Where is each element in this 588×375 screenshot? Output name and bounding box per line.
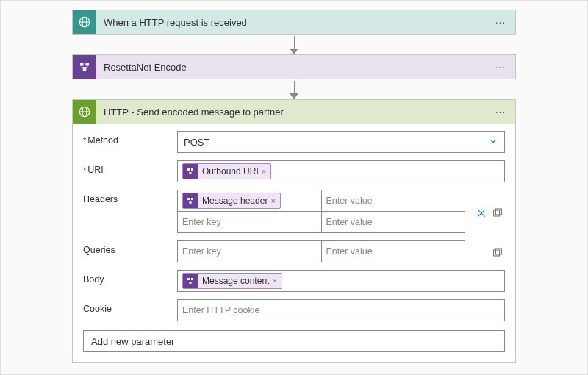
- step-more-button[interactable]: ···: [490, 106, 511, 118]
- field-uri: URI Outbound URI ×: [83, 160, 505, 182]
- step-http-send: HTTP - Send encoded message to partner ·…: [72, 99, 516, 363]
- field-label: Method: [83, 131, 171, 146]
- header-value-input[interactable]: Enter value: [322, 190, 466, 212]
- svg-rect-12: [187, 198, 190, 200]
- svg-rect-21: [190, 282, 192, 284]
- svg-rect-9: [187, 168, 190, 171]
- step-rosettanet-encode[interactable]: RosettaNet Encode ···: [72, 54, 516, 79]
- uri-input[interactable]: Outbound URI ×: [177, 160, 505, 182]
- globe-icon: [73, 10, 96, 34]
- svg-rect-16: [495, 209, 501, 215]
- query-value-input[interactable]: Enter value: [322, 240, 466, 262]
- svg-rect-5: [83, 68, 87, 72]
- svg-rect-15: [494, 210, 500, 216]
- header-key-input[interactable]: Message header ×: [177, 190, 322, 212]
- svg-rect-17: [494, 250, 500, 256]
- flow-arrow: [290, 79, 298, 99]
- add-parameter-select[interactable]: Add new parameter: [83, 330, 505, 352]
- field-label: Cookie: [83, 299, 171, 314]
- token-outbound-uri[interactable]: Outbound URI ×: [182, 163, 271, 179]
- field-label: Headers: [83, 190, 171, 204]
- add-parameter-label: Add new parameter: [91, 336, 174, 347]
- token-remove-icon[interactable]: ×: [262, 167, 266, 176]
- svg-rect-19: [187, 278, 190, 280]
- query-row-actions: [470, 243, 505, 260]
- flowchart-icon: [183, 274, 198, 288]
- token-label: Message header: [202, 196, 268, 206]
- flowchart-icon: [183, 193, 198, 208]
- query-key-input[interactable]: Enter key: [177, 240, 322, 262]
- token-label: Outbound URI: [202, 166, 259, 176]
- token-remove-icon[interactable]: ×: [272, 276, 276, 285]
- field-method: Method POST: [83, 131, 505, 153]
- flow-arrow: [290, 35, 298, 54]
- body-input[interactable]: Message content ×: [177, 270, 505, 292]
- svg-rect-4: [86, 63, 90, 66]
- method-value: POST: [184, 137, 209, 148]
- field-label: Body: [83, 270, 171, 285]
- field-cookie: Cookie Enter HTTP cookie: [83, 299, 505, 321]
- svg-rect-10: [191, 168, 193, 171]
- header-row-actions: [470, 203, 505, 221]
- chevron-down-icon: [488, 136, 498, 149]
- step-title: HTTP - Send encoded message to partner: [96, 107, 490, 118]
- svg-rect-14: [190, 201, 192, 204]
- token-remove-icon[interactable]: ×: [270, 196, 275, 205]
- step-title: When a HTTP request is received: [96, 17, 490, 28]
- step-http-trigger[interactable]: When a HTTP request is received ···: [72, 10, 516, 35]
- svg-rect-18: [495, 249, 501, 254]
- token-message-content[interactable]: Message content ×: [182, 273, 282, 289]
- field-label: URI: [83, 160, 171, 175]
- token-label: Message content: [202, 276, 269, 286]
- header-value-input[interactable]: Enter value: [322, 211, 466, 233]
- switch-mode-button[interactable]: [492, 247, 505, 260]
- token-message-header[interactable]: Message header ×: [182, 193, 281, 209]
- field-label: Queries: [83, 240, 171, 255]
- field-queries: Queries Enter key Enter value: [83, 240, 505, 262]
- svg-rect-11: [190, 172, 192, 174]
- step-more-button[interactable]: ···: [490, 16, 511, 28]
- step-body: Method POST URI: [73, 124, 515, 362]
- field-headers: Headers Message header ×: [83, 190, 505, 233]
- cookie-input[interactable]: Enter HTTP cookie: [177, 299, 505, 321]
- step-title: RosettaNet Encode: [96, 62, 490, 73]
- step-more-button[interactable]: ···: [490, 61, 511, 73]
- header-key-input[interactable]: Enter key: [177, 211, 322, 233]
- switch-mode-button[interactable]: [492, 207, 505, 221]
- flowchart-icon: [73, 55, 96, 79]
- step-header[interactable]: RosettaNet Encode ···: [73, 55, 515, 79]
- svg-rect-13: [191, 198, 193, 200]
- delete-row-button[interactable]: [476, 207, 489, 221]
- svg-rect-3: [80, 63, 84, 66]
- globe-icon: [73, 100, 96, 124]
- step-header[interactable]: HTTP - Send encoded message to partner ·…: [73, 100, 515, 124]
- field-body: Body Message content ×: [83, 270, 505, 292]
- step-header[interactable]: When a HTTP request is received ···: [73, 10, 515, 34]
- svg-rect-20: [191, 278, 193, 280]
- method-select[interactable]: POST: [177, 131, 505, 153]
- flowchart-icon: [183, 164, 198, 179]
